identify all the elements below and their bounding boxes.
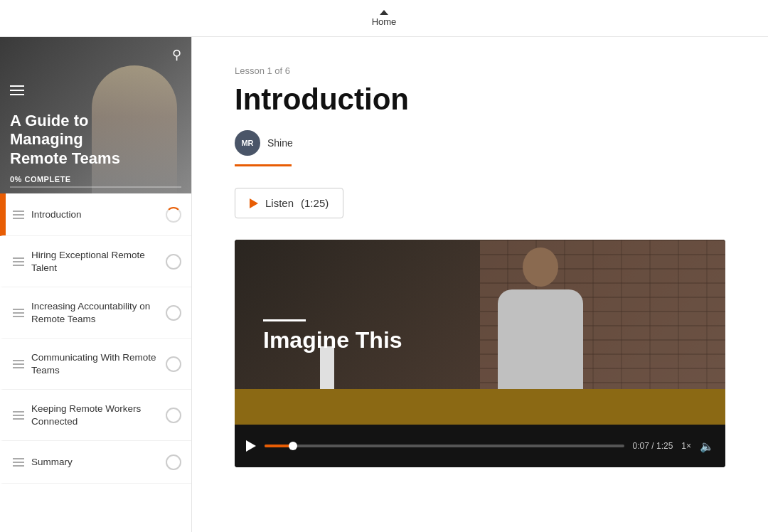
listen-duration: (1:25) <box>301 197 329 209</box>
sidebar: ⚲ A Guide to Managing Remote Teams 0% CO… <box>0 37 192 532</box>
video-play-button[interactable] <box>246 440 256 452</box>
play-icon <box>250 198 258 208</box>
chevron-up-icon <box>380 10 388 15</box>
nav-item-lines-icon <box>13 257 24 266</box>
sidebar-progress-label: 0% COMPLETE <box>10 175 71 183</box>
sidebar-header: ⚲ A Guide to Managing Remote Teams 0% CO… <box>0 37 191 193</box>
video-person-body <box>498 289 583 389</box>
sidebar-menu-icon[interactable] <box>10 85 24 95</box>
top-nav: Home <box>0 0 768 37</box>
nav-item-lines-icon <box>13 309 24 317</box>
nav-item-summary[interactable]: Summary <box>0 441 191 484</box>
nav-item-connected-status <box>166 408 181 423</box>
main-layout: ⚲ A Guide to Managing Remote Teams 0% CO… <box>0 37 768 532</box>
video-controls-bar: 0:07 / 1:25 1× 🔈 <box>235 425 725 467</box>
orange-divider <box>235 164 292 166</box>
sidebar-progress-bar <box>10 186 181 188</box>
nav-item-lines-icon <box>13 411 24 420</box>
nav-items-list: Introduction Hiring Exceptional Remote T… <box>0 193 191 532</box>
video-speed-control[interactable]: 1× <box>681 441 691 451</box>
lesson-title: Introduction <box>235 83 725 116</box>
nav-item-introduction-label: Introduction <box>31 208 166 221</box>
nav-item-lines-icon <box>13 211 24 219</box>
nav-item-introduction-status <box>166 207 181 223</box>
video-imagine-label: Imagine This <box>263 327 402 353</box>
video-player: Imagine This 0:07 / 1:25 1× 🔈 <box>235 240 725 467</box>
video-person-head <box>523 248 558 287</box>
search-icon[interactable]: ⚲ <box>172 47 181 63</box>
nav-item-connected-label: Keeping Remote Workers Connected <box>31 403 166 427</box>
video-volume-button[interactable]: 🔈 <box>700 440 714 453</box>
listen-label: Listen <box>265 197 294 209</box>
nav-item-hiring-label: Hiring Exceptional Remote Talent <box>31 249 166 274</box>
nav-item-accountability-label: Increasing Accountability on Remote Team… <box>31 300 166 325</box>
video-white-line <box>263 319 306 321</box>
nav-item-accountability-status <box>166 305 181 321</box>
listen-button[interactable]: Listen (1:25) <box>235 188 343 218</box>
video-person <box>498 248 583 389</box>
lesson-meta: Lesson 1 of 6 <box>235 65 725 76</box>
nav-item-hiring-status <box>166 254 181 270</box>
nav-item-connected[interactable]: Keeping Remote Workers Connected <box>0 390 191 441</box>
nav-item-communicating[interactable]: Communicating With Remote Teams <box>0 339 191 390</box>
video-table <box>235 389 725 425</box>
nav-item-accountability[interactable]: Increasing Accountability on Remote Team… <box>0 287 191 339</box>
content-area: Lesson 1 of 6 Introduction MR Shine List… <box>192 37 768 532</box>
sidebar-course-title: A Guide to Managing Remote Teams <box>10 112 124 168</box>
author-row: MR Shine <box>235 130 725 156</box>
home-label: Home <box>372 16 397 27</box>
nav-item-summary-status <box>166 454 181 470</box>
video-time-display: 0:07 / 1:25 <box>633 441 673 451</box>
video-progress-thumb[interactable] <box>289 442 297 450</box>
nav-item-summary-label: Summary <box>31 456 166 469</box>
nav-item-hiring[interactable]: Hiring Exceptional Remote Talent <box>0 236 191 287</box>
author-name: Shine <box>267 137 293 149</box>
nav-item-lines-icon <box>13 458 24 467</box>
home-button[interactable]: Home <box>372 10 397 27</box>
nav-item-communicating-status <box>166 356 181 372</box>
nav-item-lines-icon <box>13 360 24 368</box>
video-overlay-text-container: Imagine This <box>263 319 402 353</box>
video-scene: Imagine This <box>235 240 725 425</box>
nav-item-introduction[interactable]: Introduction <box>0 193 191 236</box>
nav-item-communicating-label: Communicating With Remote Teams <box>31 351 166 376</box>
video-progress-track[interactable] <box>265 445 624 447</box>
author-avatar: MR <box>235 130 260 156</box>
